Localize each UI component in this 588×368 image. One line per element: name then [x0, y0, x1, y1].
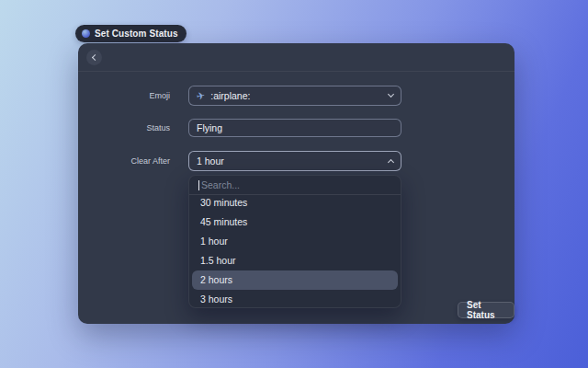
dialog-header	[78, 43, 514, 72]
dropdown-option[interactable]: 2 hours	[192, 270, 398, 290]
clear-after-select[interactable]: 1 hour	[188, 151, 401, 171]
dropdown-options: 30 minutes45 minutes1 hour1.5 hour2 hour…	[189, 195, 401, 308]
set-custom-status-dialog: Emoji ✈ :airplane: Status Clear After 1 …	[78, 43, 514, 324]
status-input[interactable]	[197, 122, 393, 133]
window-title-pill: Set Custom Status	[75, 25, 187, 42]
dropdown-option[interactable]: 1.5 hour	[189, 251, 401, 270]
chevron-up-icon	[388, 159, 394, 166]
dropdown-option[interactable]: 30 minutes	[189, 193, 401, 213]
dropdown-search-input[interactable]	[201, 179, 391, 190]
set-status-button[interactable]: Set Status	[458, 302, 514, 318]
emoji-select[interactable]: ✈ :airplane:	[188, 86, 401, 106]
chevron-down-icon	[388, 91, 394, 98]
clear-after-label: Clear After	[78, 156, 170, 166]
emoji-label: Emoji	[78, 91, 170, 100]
dropdown-search-row	[189, 176, 401, 195]
text-caret	[198, 180, 199, 190]
app-icon	[82, 29, 90, 38]
status-field-wrap	[188, 119, 401, 137]
clear-after-dropdown: 30 minutes45 minutes1 hour1.5 hour2 hour…	[188, 175, 401, 308]
dropdown-option[interactable]: 45 minutes	[189, 213, 401, 232]
dropdown-option[interactable]: 3 hours	[189, 290, 401, 308]
emoji-select-value: :airplane:	[210, 90, 250, 101]
window-title: Set Custom Status	[95, 29, 178, 39]
status-label: Status	[78, 123, 170, 132]
desktop-background: Set Custom Status Emoji ✈ :airplane: Sta…	[0, 0, 588, 368]
clear-after-value: 1 hour	[197, 155, 224, 167]
dropdown-option[interactable]: 1 hour	[189, 232, 401, 251]
back-button[interactable]	[86, 50, 102, 65]
airplane-emoji-icon: ✈	[196, 89, 207, 103]
chevron-left-icon	[92, 54, 98, 61]
